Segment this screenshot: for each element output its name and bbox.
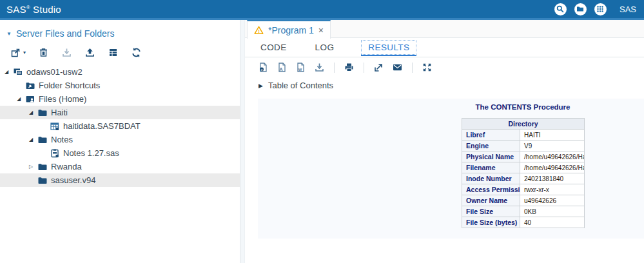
contents-directory-table: Directory LibrefHAITI EngineV9 Physical …: [462, 118, 585, 228]
expander-expanded-icon[interactable]: ◢: [17, 96, 25, 102]
upload-icon: [84, 47, 95, 58]
table-view-icon: [108, 47, 119, 58]
print-button[interactable]: [344, 62, 355, 73]
expander-expanded-icon[interactable]: ◢: [29, 110, 37, 115]
tree-item-label: Notes: [51, 135, 73, 144]
tree-item-label: Folder Shortcuts: [39, 81, 100, 90]
expander-expanded-icon[interactable]: ◢: [29, 137, 37, 142]
tree-item-rwanda[interactable]: ▷ Rwanda: [0, 160, 240, 173]
tree-item-notes-sas[interactable]: Notes 1.27.sas: [0, 146, 240, 160]
file-tree: ◢ odaws01-usw2 Folder Shortcuts ◢ Files …: [0, 65, 240, 187]
expander-expanded-icon[interactable]: ◢: [5, 69, 13, 75]
rtf-file-icon: w: [295, 62, 306, 73]
tree-item-folder-shortcuts[interactable]: Folder Shortcuts: [0, 79, 240, 92]
table-row: File Size (bytes)40: [462, 217, 585, 228]
document-tab-strip: ! *Program 1 ×: [245, 20, 644, 38]
email-icon: [392, 62, 403, 73]
tree-item-haiti[interactable]: ◢ Haiti: [0, 106, 240, 119]
files-home-icon: [25, 94, 35, 104]
expand-caret-icon[interactable]: ▶: [259, 83, 263, 89]
server-files-sidebar: ▼ Server Files and Folders ▾: [0, 20, 240, 263]
printer-icon: [344, 62, 355, 73]
app-top-bar: SAS® Studio SAS: [0, 0, 644, 18]
toolbar-separator: [364, 63, 364, 73]
warning-icon: !: [254, 26, 264, 35]
refresh-button[interactable]: [131, 47, 142, 58]
sidebar-splitter[interactable]: [240, 20, 245, 263]
tree-item-files-home[interactable]: ◢ Files (Home): [0, 92, 240, 106]
files-button[interactable]: [574, 3, 587, 15]
app-title: SAS® Studio: [6, 4, 61, 15]
download-file-button[interactable]: [61, 47, 72, 58]
html-file-icon: e: [258, 62, 269, 73]
tree-item-label: Haiti: [51, 108, 68, 117]
open-new-window-icon: [373, 62, 384, 73]
server-icon: [13, 67, 23, 77]
sidebar-toolbar: ▾: [0, 39, 240, 65]
trash-icon: [38, 47, 49, 58]
delete-button[interactable]: [38, 47, 49, 58]
toolbar-separator: [412, 63, 413, 73]
tree-item-label: Notes 1.27.sas: [63, 148, 119, 158]
chevron-down-icon: ▾: [23, 50, 26, 55]
upload-file-button[interactable]: [84, 47, 95, 58]
search-button[interactable]: [554, 3, 567, 15]
tab-program-1[interactable]: ! *Program 1 ×: [247, 20, 331, 39]
results-toolbar: e A w: [245, 57, 644, 76]
folder-icon: [37, 135, 48, 145]
table-row: Inode Number24021381840: [462, 173, 585, 184]
tab-code[interactable]: CODE: [259, 41, 288, 54]
toolbar-separator: [334, 63, 335, 73]
new-item-icon: [10, 47, 21, 58]
tree-item-odaws01-usw2[interactable]: ◢ odaws01-usw2: [0, 65, 240, 79]
maximize-view-button[interactable]: [422, 62, 433, 73]
folder-icon: [37, 162, 48, 172]
pdf-file-icon: A: [277, 62, 288, 73]
table-row: EngineV9: [462, 141, 585, 151]
svg-text:e: e: [260, 68, 262, 72]
user-menu[interactable]: SAS: [620, 5, 636, 14]
collapse-caret-icon[interactable]: ▼: [6, 31, 12, 37]
table-header: Directory: [462, 119, 585, 130]
tree-item-label: haitidata.SAS7BDAT: [63, 121, 141, 131]
download-icon: [61, 47, 72, 58]
maximize-icon: [422, 62, 433, 73]
folder-icon: [576, 5, 584, 13]
new-item-button[interactable]: ▾: [10, 47, 26, 58]
apps-button[interactable]: [594, 3, 607, 15]
table-row: File Size0KB: [462, 206, 585, 217]
tree-item-sasuser-v94[interactable]: sasuser.v94: [0, 173, 240, 187]
table-view-button[interactable]: [108, 47, 119, 58]
tree-item-label: odaws01-usw2: [26, 67, 83, 77]
tab-log[interactable]: LOG: [314, 41, 336, 54]
tree-item-notes[interactable]: ◢ Notes: [0, 133, 240, 146]
svg-text:A: A: [279, 66, 283, 72]
expander-collapsed-icon[interactable]: ▷: [29, 164, 37, 170]
close-icon[interactable]: ×: [318, 26, 324, 35]
table-row: Filename/home/u49642626/Haiti: [462, 162, 585, 173]
table-row: LibrefHAITI: [462, 130, 585, 141]
download-results-button[interactable]: [314, 62, 325, 73]
email-results-button[interactable]: [392, 62, 403, 73]
tab-label: *Program 1: [268, 25, 314, 35]
section-server-files-and-folders[interactable]: ▼ Server Files and Folders: [0, 20, 240, 39]
search-icon: [556, 5, 564, 13]
download-pdf-button[interactable]: A: [277, 62, 288, 73]
download-rtf-button[interactable]: w: [295, 62, 306, 73]
download-html-button[interactable]: e: [258, 62, 269, 73]
svg-text:w: w: [298, 67, 302, 72]
main-work-area: ! *Program 1 × CODE LOG RESULTS e A: [245, 20, 644, 263]
open-in-new-window-button[interactable]: [373, 62, 384, 73]
table-of-contents-toggle[interactable]: ▶ Table of Contents: [245, 76, 644, 90]
table-row: Physical Name/home/u49642626/Haiti: [462, 151, 585, 162]
download-icon: [314, 62, 325, 73]
results-output-panel: The CONTENTS Procedure Directory LibrefH…: [258, 99, 644, 239]
tree-item-haitidata[interactable]: haitidata.SAS7BDAT: [0, 119, 240, 133]
table-row: Owner Nameu49642626: [462, 195, 585, 206]
apps-grid-icon: [596, 5, 604, 13]
tree-item-label: Files (Home): [39, 94, 86, 104]
folder-icon: [37, 108, 48, 118]
tab-results[interactable]: RESULTS: [361, 40, 416, 55]
program-view-tabs: CODE LOG RESULTS: [245, 38, 644, 57]
table-row: Access Permissionrwxr-xr-x: [462, 184, 585, 195]
